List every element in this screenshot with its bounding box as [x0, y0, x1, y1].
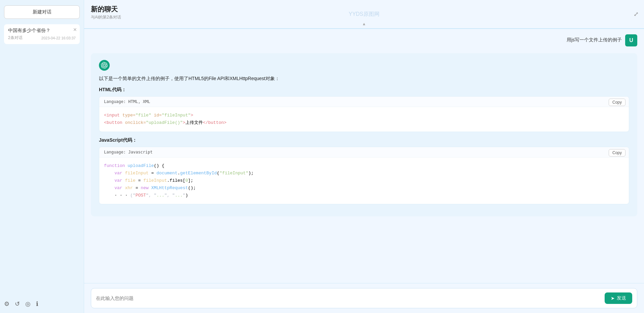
- chat-item-meta: 2条对话 2023-04-22 16:03:37: [8, 35, 76, 41]
- chat-item-title: 中国有多少个省份？: [8, 28, 76, 34]
- user-message-row: 用js写一个文件上传的例子 U: [91, 34, 637, 46]
- send-icon: ➤: [611, 295, 615, 301]
- code-line: <input type="file" id="fileInput">: [104, 112, 624, 119]
- html-code-body: <input type="file" id="fileInput"> <butt…: [99, 107, 629, 131]
- avatar: U: [625, 34, 637, 46]
- ai-message-block: 以下是一个简单的文件上传的例子，使用了HTML5的File API和XMLHtt…: [91, 53, 637, 216]
- js-code-language: Language: Javascript: [99, 147, 629, 158]
- chat-item-date: 2023-04-22 16:03:37: [41, 36, 76, 40]
- code-line: <button onclick="uploadFile()">上传文件</but…: [104, 119, 624, 127]
- settings-icon[interactable]: ⚙: [4, 300, 9, 308]
- header-subtitle: 与AI的第2条对话: [91, 14, 637, 20]
- main-panel: YYDS原图网 新的聊天 与AI的第2条对话 ⤢ ▲ 用js写一个文件上传的例子…: [84, 0, 644, 313]
- info-icon[interactable]: ℹ: [36, 300, 38, 308]
- user-message-text: 用js写一个文件上传的例子: [567, 34, 622, 43]
- sidebar-footer: ⚙ ↺ ◎ ℹ: [4, 295, 80, 308]
- ai-header-row: [99, 60, 629, 71]
- html-code-block: Language: HTML, XML Copy <input type="fi…: [99, 96, 629, 132]
- send-label: 发送: [617, 295, 626, 301]
- input-row: ➤ 发送: [91, 288, 637, 308]
- collapse-arrow[interactable]: ▲: [91, 22, 637, 26]
- code-line: var fileInput = document.getElementById(…: [104, 170, 624, 177]
- html-section-title: HTML代码：: [99, 87, 629, 93]
- js-section-title: JavaScript代码：: [99, 137, 629, 143]
- js-code-body: function uploadFile() { var fileInput = …: [99, 158, 629, 204]
- page-title: 新的聊天: [91, 5, 637, 14]
- ai-intro-text: 以下是一个简单的文件上传的例子，使用了HTML5的File API和XMLHtt…: [99, 75, 629, 82]
- chat-area: 用js写一个文件上传的例子 U 以下是一个简单的文件上传的例子，使用了HTML5…: [84, 29, 644, 283]
- code-line: var xhr = new XMLHttpRequest();: [104, 184, 624, 192]
- ai-avatar: [99, 60, 110, 71]
- send-button[interactable]: ➤ 发送: [605, 292, 632, 304]
- sidebar: 新建对话 中国有多少个省份？ 2条对话 2023-04-22 16:03:37 …: [0, 0, 84, 313]
- html-code-language: Language: HTML, XML: [99, 97, 629, 107]
- chat-item[interactable]: 中国有多少个省份？ 2条对话 2023-04-22 16:03:37 ✕: [4, 24, 80, 44]
- history-icon[interactable]: ↺: [15, 300, 20, 308]
- html-copy-button[interactable]: Copy: [609, 99, 625, 106]
- code-line: var file = fileInput.files[0];: [104, 177, 624, 184]
- input-area: ➤ 发送: [84, 283, 644, 313]
- close-icon[interactable]: ✕: [73, 27, 77, 32]
- chat-item-count: 2条对话: [8, 35, 23, 41]
- js-code-block: Language: Javascript Copy function uploa…: [99, 147, 629, 204]
- profile-icon[interactable]: ◎: [25, 300, 31, 308]
- code-line: function uploadFile() {: [104, 162, 624, 170]
- message-input[interactable]: [96, 295, 601, 301]
- code-line: · · · ("POST", "...", "..."): [104, 192, 624, 199]
- expand-button[interactable]: ⤢: [634, 10, 639, 18]
- header: YYDS原图网 新的聊天 与AI的第2条对话 ⤢ ▲: [84, 0, 644, 29]
- js-copy-button[interactable]: Copy: [609, 149, 625, 156]
- new-chat-button[interactable]: 新建对话: [4, 5, 80, 19]
